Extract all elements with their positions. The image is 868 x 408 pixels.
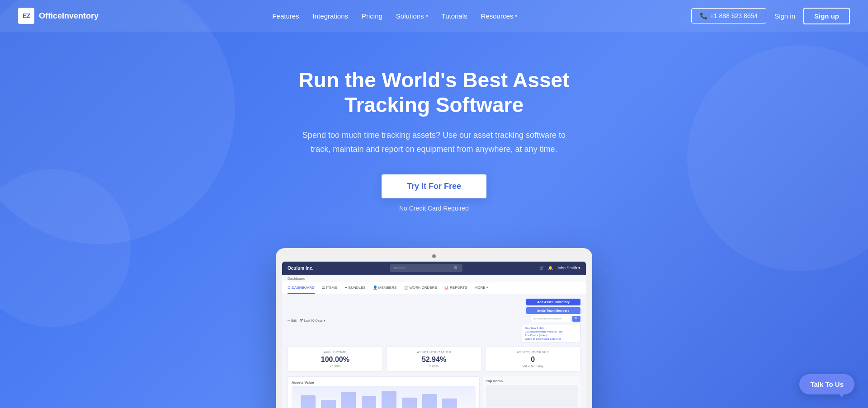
dashboard-mockup: Oculum Inc. Search... 🔍 🛒 🔔 John Smith ▾… <box>276 248 592 408</box>
nav-link-tutorials[interactable]: Tutorials <box>442 12 467 20</box>
chevron-down-icon-resources: ▾ <box>515 14 517 19</box>
hero-subtitle: Spend too much time tracking assets? Use… <box>298 128 570 156</box>
nav-link-pricing[interactable]: Pricing <box>362 12 382 20</box>
db-bell-icon: 🔔 <box>548 266 553 270</box>
assets-chart <box>292 386 476 408</box>
nav-link-integrations[interactable]: Integrations <box>313 12 348 20</box>
logo-letters: EZ <box>23 12 30 19</box>
nav-link-resources[interactable]: Resources ▾ <box>481 12 518 20</box>
signup-button[interactable]: Sign up <box>803 8 850 24</box>
db-top-items: Top Items <box>483 376 580 408</box>
nav-link-features[interactable]: Features <box>272 12 299 20</box>
nav-right: 📞 +1 888 623 8654 Sign in Sign up <box>691 8 850 24</box>
chevron-down-icon: ▾ <box>426 14 428 19</box>
phone-number: +1 888 623 8654 <box>710 12 758 19</box>
kb-link-1[interactable]: Dashboard Help <box>525 326 577 330</box>
db-nav-workorders[interactable]: 📋 WORK ORDERS <box>404 282 437 294</box>
nav-logo[interactable]: EZ OfficeInventory <box>18 8 99 24</box>
kb-search-icon-btn[interactable]: 🔍 <box>572 316 580 322</box>
db-cart-icon: 🛒 <box>539 266 544 270</box>
stat-overdue-label: ASSETS OVERDUE <box>489 351 576 354</box>
db-edit-btn[interactable]: ✏ Edit 📅 Last 90 Days ▾ <box>288 319 326 323</box>
nav-link-solutions[interactable]: Solutions ▾ <box>396 12 428 20</box>
decorative-shape <box>0 169 131 327</box>
db-topbar: Oculum Inc. Search... 🔍 🛒 🔔 John Smith ▾ <box>282 262 586 275</box>
stat-overdue-sub: Value for today <box>489 365 576 368</box>
db-topbar-icons: 🛒 🔔 John Smith ▾ <box>539 266 580 270</box>
stat-utilization-sub: 0.00% <box>391 365 478 368</box>
kb-link-3[interactable]: The Basics (video) <box>525 333 577 337</box>
kb-link-4[interactable]: Guide to Dashboard Calendar <box>525 337 577 341</box>
db-nav-items[interactable]: ☰ ITEMS <box>322 282 337 294</box>
chat-bubble-tail <box>838 393 845 397</box>
talk-to-us-label: Talk To Us <box>810 380 844 388</box>
dashboard-screen: Oculum Inc. Search... 🔍 🛒 🔔 John Smith ▾… <box>282 262 586 408</box>
signin-link[interactable]: Sign in <box>774 12 795 20</box>
laptop-camera <box>432 254 436 258</box>
try-free-button[interactable]: Try It For Free <box>382 174 486 198</box>
navbar: EZ OfficeInventory Features Integrations… <box>0 0 868 32</box>
db-nav-bundles[interactable]: ✦ BUNDLES <box>344 282 366 294</box>
chart-bar-5 <box>382 391 396 408</box>
laptop-frame: Oculum Inc. Search... 🔍 🛒 🔔 John Smith ▾… <box>276 248 592 408</box>
db-brand: Oculum Inc. <box>288 266 313 271</box>
stat-overdue-value: 0 <box>489 356 576 364</box>
chart-bar-2 <box>321 400 336 408</box>
db-assets-value-chart: Assets Value <box>288 376 480 408</box>
db-user-label: John Smith ▾ <box>557 266 580 270</box>
add-asset-button[interactable]: Add Asset / Inventory <box>526 299 580 305</box>
db-stats: AVG. UPTIME 100.00% +6.99% ASSET UTILIZA… <box>288 347 580 372</box>
chart-bar-1 <box>301 395 316 408</box>
hero-title: Run the World's Best Asset Tracking Soft… <box>267 68 601 117</box>
kb-search-input[interactable]: Search Knowledgebase <box>531 316 571 322</box>
chart-bar-4 <box>362 396 377 408</box>
db-bottom-row: Assets Value <box>288 376 580 408</box>
phone-icon: 📞 <box>700 12 708 19</box>
stat-utilization: ASSET UTILIZATION 52.94% 0.00% <box>387 347 482 372</box>
hero-content: Run the World's Best Asset Tracking Soft… <box>249 32 619 230</box>
kb-link-2[interactable]: EZOfficeinventory Product Tour <box>525 330 577 333</box>
talk-to-us-button[interactable]: Talk To Us <box>799 374 854 394</box>
chart-bar-8 <box>442 399 457 408</box>
stat-uptime-label: AVG. UPTIME <box>292 351 379 354</box>
chart-bar-7 <box>422 394 437 408</box>
db-search-kb[interactable]: Search Knowledgebase 🔍 <box>531 316 580 322</box>
db-search-placeholder: Search... <box>394 266 452 270</box>
chart-bar-6 <box>402 398 417 408</box>
stat-uptime: AVG. UPTIME 100.00% +6.99% <box>288 347 383 372</box>
invite-team-button[interactable]: Invite Team Members <box>526 307 580 314</box>
top-items-title: Top Items <box>486 379 578 383</box>
db-breadcrumb: Dashboard <box>282 275 586 282</box>
logo-box: EZ <box>18 8 34 24</box>
db-nav-members[interactable]: 👤 MEMBERS <box>373 282 397 294</box>
db-content: ✏ Edit 📅 Last 90 Days ▾ Add Asset / Inve… <box>282 294 586 408</box>
no-credit-card-label: No Credit Card Required <box>267 205 601 212</box>
db-search-icon: 🔍 <box>453 266 459 271</box>
nav-links: Features Integrations Pricing Solutions … <box>272 12 517 20</box>
db-nav-dashboard[interactable]: ⊙ DASHBOARD <box>288 282 315 294</box>
phone-button[interactable]: 📞 +1 888 623 8654 <box>691 8 767 23</box>
db-subnav: ⊙ DASHBOARD ☰ ITEMS ✦ BUNDLES 👤 MEMBERS … <box>282 282 586 294</box>
db-nav-reports[interactable]: 📊 REPORTS <box>444 282 467 294</box>
db-kb-links: Dashboard Help EZOfficeinventory Product… <box>522 324 580 343</box>
db-search-bar[interactable]: Search... 🔍 <box>390 264 462 272</box>
top-items-placeholder <box>486 385 578 408</box>
stat-overdue: ASSETS OVERDUE 0 Value for today <box>485 347 580 372</box>
stat-utilization-label: ASSET UTILIZATION <box>391 351 478 354</box>
chart-bar-3 <box>341 392 356 408</box>
db-right-actions: Add Asset / Inventory Invite Team Member… <box>522 299 580 343</box>
hero-section: Run the World's Best Asset Tracking Soft… <box>0 0 868 408</box>
stat-uptime-value: 100.00% <box>292 356 379 364</box>
stat-uptime-sub: +6.99% <box>292 365 379 368</box>
chart-title: Assets Value <box>292 380 476 385</box>
stat-utilization-value: 52.94% <box>391 356 478 364</box>
logo-text: OfficeInventory <box>39 11 99 21</box>
db-actions: ✏ Edit 📅 Last 90 Days ▾ Add Asset / Inve… <box>288 299 580 343</box>
db-nav-more[interactable]: MORE + <box>475 282 489 294</box>
